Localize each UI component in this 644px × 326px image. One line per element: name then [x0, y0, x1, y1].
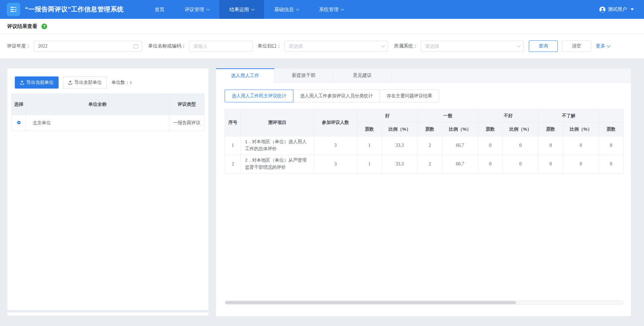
item-cell: 1．对本地区（单位）选人用人工作的总体评价 — [241, 136, 314, 155]
unit-name-input[interactable] — [193, 43, 249, 49]
chevron-down-icon — [517, 43, 520, 47]
review-type-cell: 一报告两评议 — [169, 115, 204, 131]
col-votes: 票数 — [357, 123, 382, 136]
search-button[interactable]: 查询 — [529, 40, 558, 52]
value-cell: 2 — [418, 136, 442, 155]
col-votes: 票数 — [478, 123, 503, 136]
group-header-average: 一般 — [418, 109, 478, 123]
participants-cell: 3 — [314, 155, 357, 173]
results-body: 选人用人工作民主评议统计 选人用人工作参加评议人员分类统计 存在主要问题评议结果 — [216, 83, 631, 316]
col-ratio: 比例（%） — [382, 123, 418, 136]
results-tabbar: 选人用人工作 新提拔干部 意见建议 — [216, 68, 631, 83]
left-panel-hscrollbar[interactable] — [7, 312, 209, 316]
nav-item-system-management[interactable]: 系统管理 — [309, 0, 354, 19]
page-title-bar: 评议结果查看 ? — [0, 19, 644, 34]
year-input[interactable] — [37, 43, 133, 49]
unit-name-field[interactable] — [189, 41, 253, 52]
sub-tab-group: 选人用人工作民主评议统计 选人用人工作参加评议人员分类统计 存在主要问题评议结果 — [225, 90, 623, 102]
clear-button[interactable]: 清空 — [562, 40, 591, 52]
col-votes: 票数 — [539, 123, 563, 136]
nav-item-result-usage[interactable]: 结果运用 — [219, 0, 264, 19]
list-check-icon — [9, 5, 18, 13]
left-column: 导出当前单位 导出全部单位 单位数：1 — [7, 68, 209, 316]
year-datepicker[interactable] — [34, 41, 142, 52]
table-row: 1 1．对本地区（单位）选人用人工作的总体评价 3 1 33.3 2 66.7 … — [225, 136, 623, 155]
units-col-name: 单位全称 — [26, 94, 169, 115]
subtab-participant-classification-stats[interactable]: 选人用人工作参加评议人员分类统计 — [293, 90, 380, 102]
results-table-region: 序号 测评项目 参加评议人数 好 一般 不好 不了解 票数 比例（%） — [225, 109, 623, 305]
group-header-clipped — [599, 109, 623, 123]
app-title: “一报告两评议”工作信息管理系统 — [25, 5, 124, 14]
content-area: 导出当前单位 导出全部单位 单位数：1 — [0, 58, 644, 317]
tab-opinions-suggestions[interactable]: 意见建议 — [333, 68, 392, 82]
tab-newly-promoted-cadres[interactable]: 新提拔干部 — [275, 68, 333, 82]
unit-belong-label: 单位归口： — [258, 43, 281, 49]
nav-item-basic-info[interactable]: 基础信息 — [264, 0, 309, 19]
user-name: 测试用户 — [608, 6, 627, 12]
col-item: 测评项目 — [241, 109, 314, 136]
caret-down-icon — [631, 8, 634, 10]
system-select[interactable] — [421, 41, 524, 52]
nav-item-home[interactable]: 首页 — [144, 0, 174, 19]
value-cell: 0 — [478, 136, 503, 155]
value-cell: 33.3 — [382, 155, 418, 173]
app-logo[interactable] — [7, 3, 20, 16]
radio-selected-icon[interactable] — [17, 121, 21, 124]
col-participants: 参加评议人数 — [314, 109, 357, 136]
seq-cell: 2 — [225, 155, 241, 173]
seq-cell: 1 — [225, 136, 241, 155]
unit-count: 单位数：1 — [111, 79, 132, 86]
chevron-down-icon — [251, 7, 255, 10]
value-cell: 0 — [478, 155, 503, 173]
unit-table-row[interactable]: 北京单位 一报告两评议 — [12, 115, 204, 131]
export-all-button[interactable]: 导出全部单位 — [63, 76, 107, 89]
nav-item-review-management[interactable]: 评议管理 — [174, 0, 219, 19]
col-votes: 票数 — [599, 123, 623, 136]
export-current-button[interactable]: 导出当前单位 — [15, 76, 59, 89]
value-cell: 66.7 — [442, 155, 478, 173]
export-button-row: 导出当前单位 导出全部单位 单位数：1 — [15, 76, 204, 89]
value-cell: 0 — [563, 136, 599, 155]
value-cell: 1 — [357, 136, 382, 155]
value-cell: 0 — [563, 155, 599, 173]
unit-name-label: 单位名称或编码： — [148, 43, 186, 49]
scrollbar-thumb[interactable] — [225, 301, 516, 304]
value-cell: 0 — [503, 136, 539, 155]
unit-name-cell: 北京单位 — [26, 115, 169, 131]
group-header-good: 好 — [357, 109, 417, 123]
col-ratio: 比例（%） — [442, 123, 478, 136]
more-link[interactable]: 更多 — [596, 43, 610, 49]
chevron-down-icon — [341, 7, 344, 10]
value-cell: 0 — [599, 155, 623, 173]
user-menu[interactable]: 测试用户 — [599, 6, 634, 13]
value-cell: 0 — [503, 155, 539, 173]
col-ratio: 比例（%） — [563, 123, 599, 136]
horizontal-scrollbar[interactable] — [225, 300, 623, 305]
value-cell: 0 — [599, 136, 623, 155]
unit-belong-input[interactable] — [288, 43, 382, 49]
subtab-main-problems-results[interactable]: 存在主要问题评议结果 — [380, 90, 439, 102]
unit-belong-select[interactable] — [284, 41, 388, 52]
subtab-democratic-review-stats[interactable]: 选人用人工作民主评议统计 — [225, 90, 293, 102]
user-avatar-icon — [599, 6, 606, 13]
system-label: 所属系统： — [394, 43, 418, 49]
group-header-bad: 不好 — [478, 109, 538, 123]
item-cell: 2．对本地区（单位）从严管理监督干部情况的评价 — [241, 155, 314, 173]
help-icon[interactable]: ? — [41, 24, 47, 29]
value-cell: 2 — [418, 155, 442, 173]
export-icon — [68, 80, 72, 85]
export-icon — [20, 80, 24, 85]
chevron-down-icon — [296, 7, 299, 10]
filter-bar: 评议年度： 单位名称或编码： 单位归口： 所属系统： 查询 清空 更多 — [0, 34, 644, 58]
page-title: 评议结果查看 — [7, 23, 37, 30]
unit-select-cell — [12, 115, 26, 131]
table-row: 2 2．对本地区（单位）从严管理监督干部情况的评价 3 1 33.3 2 66.… — [225, 155, 623, 173]
col-seq: 序号 — [225, 109, 241, 136]
value-cell: 0 — [539, 155, 563, 173]
participants-cell: 3 — [314, 136, 357, 155]
year-label: 评议年度： — [7, 43, 31, 49]
col-ratio: 比例（%） — [503, 123, 539, 136]
tab-personnel-selection[interactable]: 选人用人工作 — [216, 68, 275, 83]
col-votes: 票数 — [418, 123, 442, 136]
system-input[interactable] — [424, 43, 517, 49]
